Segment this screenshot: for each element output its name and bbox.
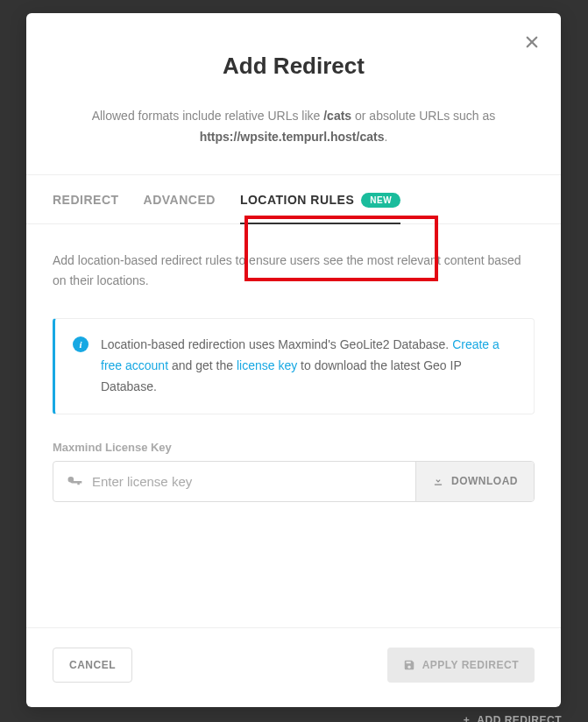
tab-location-rules[interactable]: LOCATION RULES NEW xyxy=(240,175,400,223)
new-badge: NEW xyxy=(361,193,400,208)
key-icon xyxy=(66,472,83,490)
tab-description: Add location-based redirect rules to ens… xyxy=(53,251,535,293)
close-icon[interactable] xyxy=(521,31,543,53)
license-key-label: Maxmind License Key xyxy=(53,441,535,454)
download-icon xyxy=(432,475,444,487)
save-icon xyxy=(403,659,415,671)
license-key-input[interactable] xyxy=(92,462,403,501)
modal-title: Add Redirect xyxy=(66,53,521,80)
modal-footer: CANCEL APPLY REDIRECT xyxy=(26,627,561,707)
cancel-button[interactable]: CANCEL xyxy=(53,648,132,683)
modal-header: Add Redirect Allowed formats include rel… xyxy=(26,13,561,174)
license-key-link[interactable]: license key xyxy=(237,358,297,372)
license-input-wrap xyxy=(53,462,415,501)
download-button[interactable]: DOWNLOAD xyxy=(415,462,534,501)
modal-subtitle: Allowed formats include relative URLs li… xyxy=(66,106,521,148)
background-add-redirect-button: + ADD REDIRECT xyxy=(464,714,562,722)
tabs: REDIRECT ADVANCED LOCATION RULES NEW xyxy=(26,174,561,224)
info-icon: i xyxy=(73,336,89,352)
info-text: Location-based redirection uses Maxmind'… xyxy=(101,335,516,397)
license-key-row: DOWNLOAD xyxy=(53,461,535,502)
apply-redirect-button[interactable]: APPLY REDIRECT xyxy=(387,648,535,683)
info-notice: i Location-based redirection uses Maxmin… xyxy=(53,318,535,414)
add-redirect-modal: Add Redirect Allowed formats include rel… xyxy=(26,13,561,707)
modal-body: Add location-based redirect rules to ens… xyxy=(26,224,561,627)
plus-icon: + xyxy=(464,714,471,722)
tab-redirect[interactable]: REDIRECT xyxy=(53,175,119,223)
tab-advanced[interactable]: ADVANCED xyxy=(144,175,216,223)
